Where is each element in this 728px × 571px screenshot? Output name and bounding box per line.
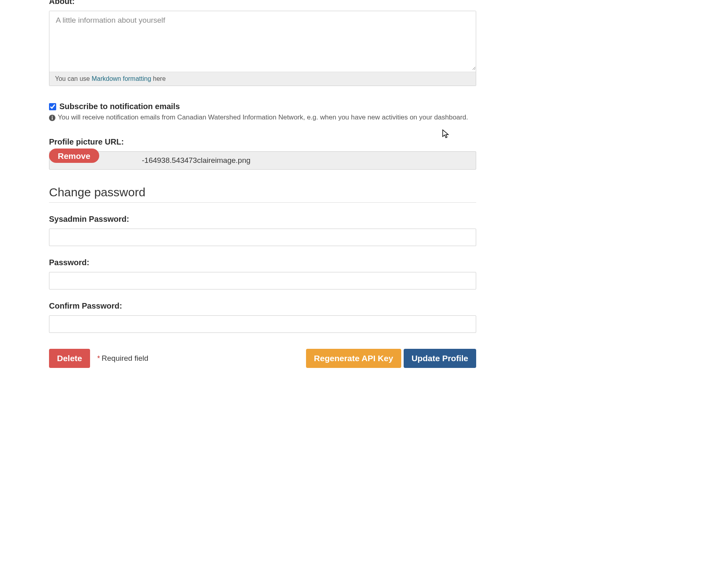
actions-row: Delete * Required field Regenerate API K… <box>49 349 476 368</box>
required-note: * Required field <box>97 354 148 363</box>
confirm-password-group: Confirm Password: <box>49 301 476 333</box>
delete-button[interactable]: Delete <box>49 349 90 368</box>
svg-point-2 <box>52 116 53 117</box>
subscribe-row: Subscribe to notification emails <box>49 102 476 111</box>
profile-picture-url-input[interactable] <box>49 151 476 170</box>
help-prefix: You can use <box>55 75 92 82</box>
confirm-password-input[interactable] <box>49 315 476 333</box>
help-suffix: here <box>151 75 165 82</box>
sysadmin-password-input[interactable] <box>49 229 476 246</box>
change-password-heading: Change password <box>49 186 476 203</box>
update-profile-button[interactable]: Update Profile <box>404 349 476 368</box>
about-textarea[interactable] <box>49 11 476 70</box>
regenerate-api-key-button[interactable]: Regenerate API Key <box>306 349 401 368</box>
subscribe-info-row: You will receive notification emails fro… <box>49 113 476 121</box>
subscribe-info-text: You will receive notification emails fro… <box>58 113 468 121</box>
password-label: Password: <box>49 258 476 267</box>
markdown-link[interactable]: Markdown formatting <box>92 75 151 82</box>
sysadmin-password-group: Sysadmin Password: <box>49 215 476 246</box>
required-asterisk: * <box>97 354 100 363</box>
svg-rect-1 <box>52 117 53 120</box>
sysadmin-password-label: Sysadmin Password: <box>49 215 476 224</box>
right-actions: Regenerate API Key Update Profile <box>306 349 476 368</box>
about-label: About: <box>49 0 476 6</box>
info-icon <box>49 115 55 121</box>
subscribe-label: Subscribe to notification emails <box>59 102 180 111</box>
remove-button[interactable]: Remove <box>49 149 99 163</box>
profile-picture-label: Profile picture URL: <box>49 137 476 147</box>
confirm-password-label: Confirm Password: <box>49 301 476 311</box>
subscribe-checkbox[interactable] <box>49 103 56 110</box>
password-group: Password: <box>49 258 476 289</box>
about-help-bar: You can use Markdown formatting here <box>49 72 476 86</box>
about-textarea-wrap: You can use Markdown formatting here <box>49 11 476 86</box>
password-input[interactable] <box>49 272 476 289</box>
required-text: Required field <box>102 354 148 363</box>
profile-picture-row: Remove <box>49 151 476 170</box>
